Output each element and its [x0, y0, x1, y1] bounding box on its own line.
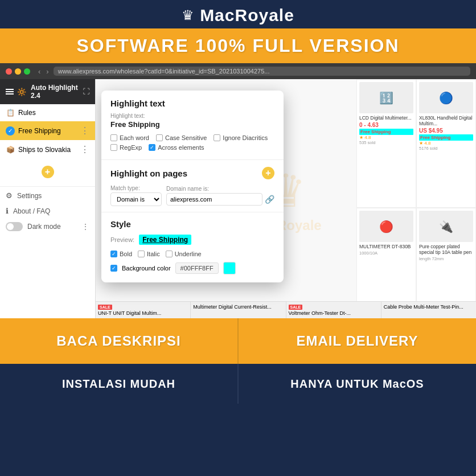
sidebar-item-rules[interactable]: 📋 Rules [0, 104, 95, 121]
sidebar-add-button[interactable]: + [42, 166, 54, 178]
forward-btn[interactable]: › [46, 67, 48, 76]
bg-color-checkbox[interactable] [110, 265, 117, 272]
dark-mode-toggle-row[interactable]: Dark mode ⋮ [0, 219, 95, 235]
sidebar-about[interactable]: ℹ About / FAQ [0, 203, 95, 219]
ignore-diacritics-box[interactable] [214, 134, 220, 141]
domain-input[interactable] [166, 193, 262, 206]
underline-checkbox[interactable]: Underline [166, 251, 202, 257]
across-elements-label: Across elements [158, 144, 204, 151]
product-name-3: MULTIMETER DT-830B [359, 244, 413, 249]
traffic-light-green[interactable] [24, 68, 30, 75]
product-price-1: 0 - 4.63 [359, 122, 413, 128]
free-shipping-2: Free Shipping [419, 134, 473, 141]
each-word-checkbox[interactable]: Each word [110, 134, 149, 141]
software-title: SOFTWARE 100% FULL VERSION [76, 35, 399, 56]
freeshipping-more-icon[interactable]: ⋮ [80, 125, 89, 136]
regexp-label: RegExp [120, 144, 142, 151]
each-word-label: Each word [120, 134, 149, 141]
regexp-checkbox[interactable]: RegExp [110, 144, 142, 151]
preview-row: Preview: Free Shipping [110, 235, 274, 245]
about-label: About / FAQ [13, 207, 50, 215]
sidebar-expand-icon[interactable]: ⛶ [83, 88, 89, 96]
sidebar-ships-label: Ships to Slovakia [18, 146, 80, 154]
bottom-product-name-4: Cable Probe Multi-Meter Test-Pin... [384, 304, 474, 310]
underline-label: Underline [175, 251, 202, 257]
ignore-diacritics-checkbox[interactable]: Ignore Diacritics [214, 134, 268, 141]
bottom-product-4[interactable]: Cable Probe Multi-Meter Test-Pin... [381, 302, 476, 318]
bottom-product-2[interactable]: Multimeter Digital Current-Resist... [191, 302, 286, 318]
style-checkboxes: Bold Italic Underline [110, 251, 274, 257]
dark-mode-more-icon[interactable]: ⋮ [81, 222, 89, 231]
traffic-light-red[interactable] [6, 68, 12, 75]
preview-label: Preview: [110, 236, 134, 243]
highlight-field-label: Highlight text: [110, 113, 274, 119]
bottom-product-name-2: Multimeter Digital Current-Resist... [193, 304, 283, 310]
product-img-3: 🔴 [359, 211, 413, 242]
address-bar[interactable]: www.aliexpress.com/wholesale?catId=0&ini… [54, 67, 470, 76]
regexp-box[interactable] [110, 144, 117, 151]
bold-box[interactable] [110, 251, 117, 257]
email-delivery-section: EMAIL DELIVERY [239, 318, 476, 364]
match-type-select[interactable]: Domain is [110, 192, 162, 206]
box-icon: 📦 [6, 145, 15, 154]
link-icon: 🔗 [265, 195, 274, 204]
domain-row: Match type: Domain is Domain name is: 🔗 [110, 185, 274, 206]
across-elements-box[interactable] [149, 144, 155, 151]
product-sold-1: 535 sold [359, 140, 413, 145]
bottom-product-name-3: Voltmeter Ohm-Tester Dt-... [289, 310, 379, 316]
product-sold-2: 5176 sold [419, 146, 473, 151]
hamburger-icon[interactable] [6, 89, 14, 95]
info-icon: ℹ [6, 207, 9, 215]
sidebar-app-name: Auto Highlight 2.4 [31, 84, 79, 100]
sidebar-item-ships[interactable]: 📦 Ships to Slovakia ⋮ [0, 140, 95, 159]
baca-deskripsi-text: BACA DESKRIPSI [56, 333, 180, 349]
sidebar-divider [0, 186, 95, 187]
hex-value: #00FFF8FF [175, 262, 219, 274]
brand-crown-icon: ♛ [182, 7, 194, 23]
product-sold-4: length 72mm [419, 256, 473, 261]
product-card-2[interactable]: 🔵 XL830L Handheld Digital Multim... US $… [416, 79, 476, 208]
product-card-1[interactable]: 🔢 LCD Digital Multimeter... 0 - 4.63 Fre… [356, 79, 416, 208]
check-icon: ✓ [6, 126, 15, 136]
each-word-box[interactable] [110, 134, 117, 141]
back-btn[interactable]: ‹ [38, 67, 40, 76]
ships-more-icon[interactable]: ⋮ [80, 144, 89, 155]
email-delivery-text: EMAIL DELIVERY [296, 333, 418, 349]
top-header: ♛ MacRoyale [0, 0, 476, 28]
bg-color-row: Background color #00FFF8FF [110, 262, 274, 274]
bold-checkbox[interactable]: Bold [110, 251, 132, 257]
preview-text: Free Shipping [139, 235, 191, 245]
underline-box[interactable] [166, 251, 173, 257]
sidebar-settings[interactable]: ⚙ Settings [0, 188, 95, 203]
sale-badge-1: SALE [98, 305, 112, 310]
italic-box[interactable] [138, 251, 145, 257]
bottom-product-3[interactable]: SALE Voltmeter Ohm-Tester Dt-... [286, 302, 381, 318]
product-img-2: 🔵 [419, 82, 473, 113]
traffic-lights [6, 68, 30, 75]
sidebar-item-freeshipping[interactable]: ✓ Free Shipping ⋮ [0, 121, 95, 140]
product-rating-1: ★ 4.8 [359, 135, 413, 140]
dark-mode-toggle[interactable] [6, 222, 23, 231]
instalasi-mudah-section: INSTALASI MUDAH [0, 364, 239, 404]
traffic-light-yellow[interactable] [15, 68, 21, 75]
case-sensitive-box[interactable] [156, 134, 163, 141]
product-name-4: Pure copper plated special tip 10A table… [419, 244, 473, 255]
add-page-button[interactable]: + [262, 167, 274, 179]
highlight-text-title: Highlight text [110, 99, 274, 108]
sidebar: 🔆 Auto Highlight 2.4 ⛶ 📋 Rules ✓ Free Sh… [0, 79, 96, 318]
across-elements-checkbox[interactable]: Across elements [149, 144, 204, 151]
bottom-product-1[interactable]: SALE UNI-T UNIT Digital Multim... [96, 302, 191, 318]
highlight-field-value: Free Shipping [110, 120, 274, 129]
style-title: Style [110, 219, 274, 229]
pages-header: Highlight on pages + [110, 167, 274, 179]
top-banner: SOFTWARE 100% FULL VERSION [0, 28, 476, 63]
color-swatch[interactable] [223, 262, 236, 274]
hanya-macos-text: HANYA UNTUK MacOS [290, 377, 424, 391]
product-img-1: 🔢 [359, 82, 413, 113]
case-sensitive-checkbox[interactable]: Case Sensitive [156, 134, 207, 141]
highlight-on-pages-section: Highlight on pages + Match type: Domain … [101, 160, 284, 212]
product-area: 🔢 LCD Digital Multimeter... 0 - 4.63 Fre… [356, 79, 476, 318]
italic-checkbox[interactable]: Italic [138, 251, 160, 257]
product-grid: 🔢 LCD Digital Multimeter... 0 - 4.63 Fre… [356, 79, 476, 318]
ignore-diacritics-label: Ignore Diacritics [223, 134, 268, 141]
